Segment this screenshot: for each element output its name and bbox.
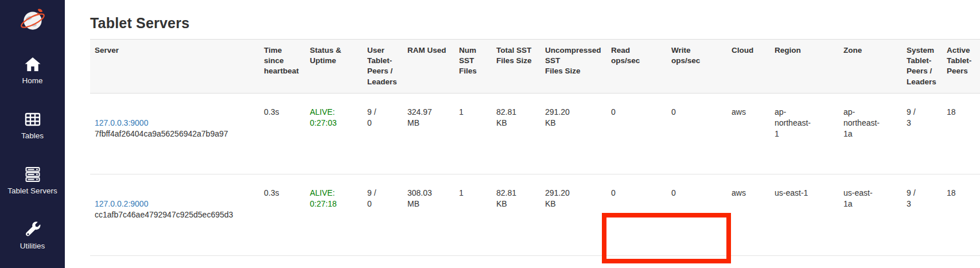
cell-heartbeat: 0.3s bbox=[259, 255, 305, 268]
sidebar-item-label: Home bbox=[22, 76, 42, 85]
cell-write-ops: 0 bbox=[667, 93, 727, 174]
col-zone: Zone bbox=[839, 40, 902, 94]
col-total-sst-size: Total SST Files Size bbox=[492, 40, 540, 94]
cell-ram: 308.03 MB bbox=[403, 174, 454, 255]
col-uncompressed-sst-size: Uncompressed SST Files Size bbox=[540, 40, 606, 94]
cell-region: ap- northeast- 1 bbox=[770, 93, 839, 174]
cell-cloud: aws bbox=[727, 255, 770, 268]
col-server: Server bbox=[90, 40, 259, 94]
col-write-ops: Write ops/sec bbox=[667, 40, 727, 94]
col-ram-used: RAM Used bbox=[403, 40, 454, 94]
yugabyte-logo[interactable] bbox=[18, 6, 47, 34]
cell-read-ops: 0 bbox=[606, 174, 667, 255]
cell-zone: ap- northeast- 1a bbox=[839, 93, 902, 174]
cell-total-sst: 82.81 KB bbox=[492, 174, 540, 255]
sidebar: Home Tables bbox=[0, 0, 65, 268]
rocket-icon bbox=[38, 9, 42, 12]
cell-read-ops: 0 bbox=[606, 93, 667, 174]
cell-server: 127.0.0.1:9000 52b6278c6f894a1fb0525f523… bbox=[90, 255, 259, 268]
utilities-icon bbox=[24, 220, 42, 239]
cell-system-peers: 9 / 3 bbox=[902, 93, 942, 174]
tablet-servers-table: Server Time since heartbeat Status & Upt… bbox=[90, 39, 980, 268]
table-header-row: Server Time since heartbeat Status & Upt… bbox=[90, 40, 980, 94]
col-time-since-heartbeat: Time since heartbeat bbox=[259, 40, 305, 94]
cell-write-ops: 0 bbox=[667, 174, 727, 255]
cell-active-peers: 18 bbox=[942, 255, 980, 268]
sidebar-nav: Home Tables bbox=[0, 55, 65, 250]
table-row: 127.0.0.3:9000 7fbff4af26404ca9a56256942… bbox=[90, 93, 980, 174]
col-user-tablet-peers: User Tablet- Peers / Leaders bbox=[363, 40, 403, 94]
cell-region: us-east-1 bbox=[770, 174, 839, 255]
cell-uncompressed-sst: 291.20 KB bbox=[540, 93, 606, 174]
main-content: Tablet Servers Server Time since heartbe… bbox=[65, 0, 980, 268]
status-badge: ALIVE: 0:27:18 bbox=[305, 174, 363, 255]
cell-read-ops: 1482.55 bbox=[606, 255, 667, 268]
col-system-tablet-peers: System Tablet- Peers / Leaders bbox=[902, 40, 942, 94]
server-uuid: cc1afb7c46ae4792947c925d5ec695d3 bbox=[95, 209, 255, 220]
sidebar-item-tables[interactable]: Tables bbox=[0, 110, 65, 140]
cell-user-peers: 9 / 9 bbox=[363, 255, 403, 268]
cell-total-sst: 82.81 KB bbox=[492, 255, 540, 268]
col-active-tablet-peers: Active Tablet- Peers bbox=[942, 40, 980, 94]
cell-cloud: aws bbox=[727, 93, 770, 174]
cell-active-peers: 18 bbox=[942, 174, 980, 255]
sidebar-item-label: Utilities bbox=[20, 242, 45, 250]
cell-num-sst: 1 bbox=[454, 255, 492, 268]
home-icon bbox=[24, 55, 42, 73]
cell-region: us-west-2 bbox=[770, 255, 839, 268]
col-read-ops: Read ops/sec bbox=[606, 40, 667, 94]
cell-user-peers: 9 / 0 bbox=[363, 93, 403, 174]
col-region: Region bbox=[770, 40, 839, 94]
cell-ram: 324.97 MB bbox=[403, 93, 454, 174]
cell-num-sst: 1 bbox=[454, 174, 492, 255]
cell-write-ops: 1482.15 bbox=[667, 255, 727, 268]
cell-server: 127.0.0.3:9000 7fbff4af26404ca9a56256942… bbox=[90, 93, 259, 174]
status-badge: ALIVE: 0:27:03 bbox=[305, 93, 363, 174]
sidebar-item-utilities[interactable]: Utilities bbox=[0, 220, 65, 250]
cell-zone: us-east- 1a bbox=[839, 174, 902, 255]
col-status-uptime: Status & Uptime bbox=[305, 40, 363, 94]
cell-uncompressed-sst: 291.20 KB bbox=[540, 255, 606, 268]
tablet-servers-icon bbox=[24, 165, 42, 184]
sidebar-item-home[interactable]: Home bbox=[0, 55, 65, 85]
cell-heartbeat: 0.3s bbox=[259, 93, 305, 174]
cell-total-sst: 82.81 KB bbox=[492, 93, 540, 174]
cell-user-peers: 9 / 0 bbox=[363, 174, 403, 255]
server-link[interactable]: 127.0.0.3:9000 bbox=[95, 118, 148, 127]
tables-icon bbox=[24, 110, 42, 129]
cell-heartbeat: 0.3s bbox=[259, 174, 305, 255]
server-uuid: 7fbff4af26404ca9a56256942a7b9a97 bbox=[95, 129, 255, 139]
cell-server: 127.0.0.2:9000 cc1afb7c46ae4792947c925d5… bbox=[90, 174, 259, 255]
cell-ram: 351.01 MB bbox=[403, 255, 454, 268]
col-num-sst-files: Num SST Files bbox=[454, 40, 492, 94]
cell-system-peers: 9 / 3 bbox=[902, 174, 942, 255]
cell-num-sst: 1 bbox=[454, 93, 492, 174]
sidebar-item-label: Tables bbox=[21, 131, 44, 140]
sidebar-item-tablet-servers[interactable]: Tablet Servers bbox=[0, 165, 65, 195]
page-title: Tablet Servers bbox=[90, 15, 980, 32]
col-cloud: Cloud bbox=[727, 40, 770, 94]
cell-cloud: aws bbox=[727, 174, 770, 255]
status-badge: ALIVE: 0:27:38 bbox=[305, 255, 363, 268]
table-row: 127.0.0.1:9000 52b6278c6f894a1fb0525f523… bbox=[90, 255, 980, 268]
sidebar-item-label: Tablet Servers bbox=[7, 187, 57, 195]
cell-zone: us-west- 2a bbox=[839, 255, 902, 268]
cell-uncompressed-sst: 291.20 KB bbox=[540, 174, 606, 255]
cell-active-peers: 18 bbox=[942, 93, 980, 174]
table-row: 127.0.0.2:9000 cc1afb7c46ae4792947c925d5… bbox=[90, 174, 980, 255]
cell-system-peers: 9 / 3 bbox=[902, 255, 942, 268]
server-link[interactable]: 127.0.0.2:9000 bbox=[95, 199, 148, 208]
